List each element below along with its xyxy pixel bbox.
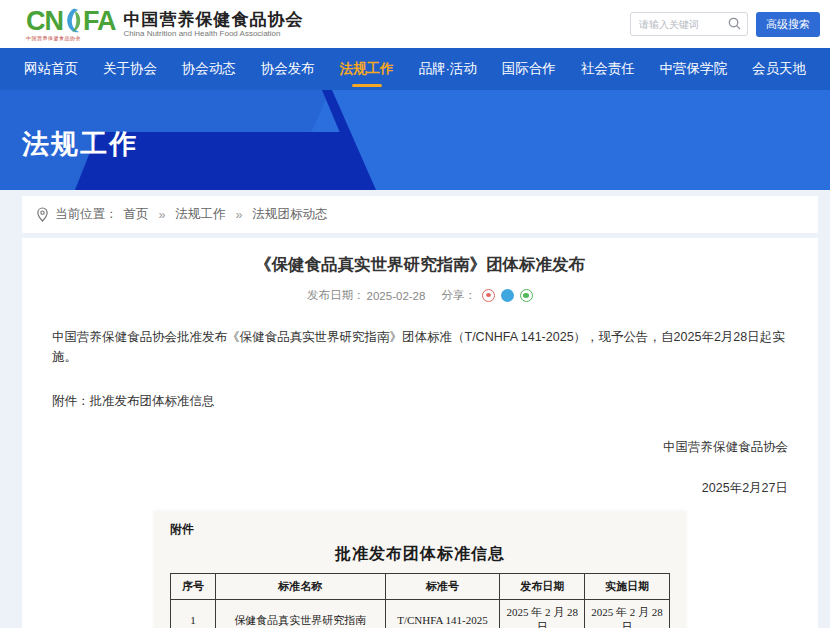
breadcrumb-label: 当前位置： bbox=[55, 206, 118, 223]
breadcrumb-separator: » bbox=[159, 208, 166, 222]
logo-text-cn: CN bbox=[26, 8, 63, 35]
article-paragraph: 中国营养保健食品协会批准发布《保健食品真实世界研究指南》团体标准（T/CNHFA… bbox=[52, 327, 788, 367]
breadcrumb-item-regulations[interactable]: 法规工作 bbox=[175, 206, 225, 223]
qq-share-icon[interactable] bbox=[501, 289, 514, 302]
wechat-share-icon[interactable] bbox=[520, 289, 533, 302]
logo-text-fa: FA bbox=[83, 8, 116, 35]
page-title: 法规工作 bbox=[22, 126, 138, 162]
nav-item-news[interactable]: 协会动态 bbox=[180, 48, 238, 90]
site-header: CN FA 中国营养保健食品协会 中国营养保健食品协会 China Nutrit… bbox=[0, 0, 830, 48]
org-name-en: China Nutrition and Health Food Associat… bbox=[124, 29, 304, 38]
weibo-share-icon[interactable] bbox=[482, 289, 495, 302]
breadcrumb-separator: » bbox=[235, 208, 242, 222]
table-row: 1 保健食品真实世界研究指南 T/CNHFA 141-2025 2025 年 2… bbox=[171, 600, 670, 628]
nav-item-social-responsibility[interactable]: 社会责任 bbox=[579, 48, 637, 90]
article-signature: 中国营养保健食品协会 bbox=[52, 439, 788, 456]
site-logo[interactable]: CN FA 中国营养保健食品协会 中国营养保健食品协会 China Nutrit… bbox=[26, 7, 304, 41]
breadcrumb: 当前位置： 首页 » 法规工作 » 法规团标动态 bbox=[22, 196, 818, 233]
publish-date-value: 2025-02-28 bbox=[367, 290, 426, 302]
cell-index: 1 bbox=[171, 600, 216, 628]
scanned-document-image: 附件 批准发布团体标准信息 序号 标准名称 标准号 发布日期 实施日期 1 保健… bbox=[154, 511, 686, 628]
logo-figure-icon bbox=[61, 7, 85, 35]
advanced-search-button[interactable]: 高级搜索 bbox=[756, 12, 820, 37]
page-banner: 法规工作 bbox=[0, 90, 830, 190]
col-header-impl-date: 实施日期 bbox=[585, 574, 670, 600]
nav-item-regulations[interactable]: 法规工作 bbox=[338, 48, 396, 90]
share-label: 分享： bbox=[441, 288, 476, 303]
nav-item-brand-activity[interactable]: 品牌·活动 bbox=[416, 48, 479, 90]
main-nav: 网站首页 关于协会 协会动态 协会发布 法规工作 品牌·活动 国际合作 社会责任… bbox=[0, 48, 830, 90]
nav-item-members[interactable]: 会员天地 bbox=[750, 48, 808, 90]
nav-item-home[interactable]: 网站首页 bbox=[22, 48, 80, 90]
col-header-name: 标准名称 bbox=[215, 574, 385, 600]
article-title: 《保健食品真实世界研究指南》团体标准发布 bbox=[22, 254, 818, 276]
org-name-cn: 中国营养保健食品协会 bbox=[124, 10, 304, 30]
standards-table: 序号 标准名称 标准号 发布日期 实施日期 1 保健食品真实世界研究指南 T/C… bbox=[170, 573, 670, 628]
article-card: 《保健食品真实世界研究指南》团体标准发布 发布日期：2025-02-28 分享：… bbox=[22, 238, 818, 628]
logo-small-text: 中国营养保健食品协会 bbox=[26, 36, 116, 41]
article-signature-date: 2025年2月27日 bbox=[52, 480, 788, 497]
cell-number: T/CNHFA 141-2025 bbox=[385, 600, 500, 628]
publish-date-label: 发布日期： bbox=[307, 288, 365, 303]
scan-attachment-label: 附件 bbox=[170, 521, 670, 538]
col-header-pub-date: 发布日期 bbox=[500, 574, 585, 600]
nav-item-academy[interactable]: 中营保学院 bbox=[658, 48, 730, 90]
logo-letters: CN FA 中国营养保健食品协会 bbox=[26, 7, 116, 41]
cell-pub-date: 2025 年 2 月 28 日 bbox=[500, 600, 585, 628]
article-meta: 发布日期：2025-02-28 分享： bbox=[22, 288, 818, 303]
scan-table-title: 批准发布团体标准信息 bbox=[170, 544, 670, 565]
breadcrumb-item-home[interactable]: 首页 bbox=[124, 206, 149, 223]
col-header-number: 标准号 bbox=[385, 574, 500, 600]
breadcrumb-item-current: 法规团标动态 bbox=[252, 206, 327, 223]
nav-item-release[interactable]: 协会发布 bbox=[259, 48, 317, 90]
location-pin-icon bbox=[36, 207, 49, 222]
col-header-index: 序号 bbox=[171, 574, 216, 600]
search-icon[interactable] bbox=[727, 16, 742, 31]
nav-item-about[interactable]: 关于协会 bbox=[101, 48, 159, 90]
article-attachment-line: 附件：批准发布团体标准信息 bbox=[52, 391, 788, 411]
table-header-row: 序号 标准名称 标准号 发布日期 实施日期 bbox=[171, 574, 670, 600]
nav-item-international[interactable]: 国际合作 bbox=[500, 48, 558, 90]
cell-impl-date: 2025 年 2 月 28 日 bbox=[585, 600, 670, 628]
cell-name: 保健食品真实世界研究指南 bbox=[215, 600, 385, 628]
